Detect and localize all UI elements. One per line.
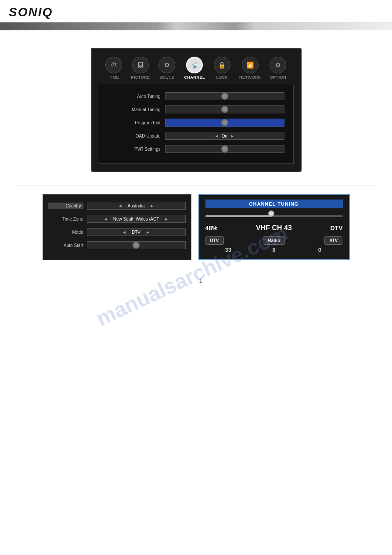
- country-value-bar: ◄ Australia ►: [87, 202, 186, 210]
- radio-count: 8: [251, 247, 297, 253]
- nav-item-network[interactable]: 📶 NETWORK: [239, 57, 261, 80]
- lock-label: LOCK: [216, 75, 228, 80]
- mode-arrow-left: ◄: [119, 230, 129, 235]
- manual-tuning-row[interactable]: Manual Tuning: [108, 105, 284, 114]
- program-edit-label: Program Edit: [108, 120, 161, 125]
- gradient-bar: [0, 22, 392, 30]
- atv-count: 0: [297, 247, 342, 253]
- sound-icon: ⚙: [158, 57, 175, 73]
- dtv-button[interactable]: DTV: [205, 236, 224, 245]
- mode-value-bar: ◄ DTV ►: [87, 228, 186, 236]
- tv-menu-screenshot: ⏱ TIME 🖼 PICTURE ⚙ SOUND 📡 CHANNEL 🔒 LOC…: [91, 48, 302, 172]
- country-arrow-left: ◄: [115, 203, 125, 208]
- tuning-percent: 48%: [205, 225, 218, 232]
- tuning-counts-row: 33 8 0: [205, 247, 343, 253]
- auto-tuning-label: Auto Tuning: [108, 94, 161, 99]
- auto-tuning-row[interactable]: Auto Tuning: [108, 91, 284, 101]
- timezone-value-bar: ◄ New South Wales /ACT ►: [87, 215, 186, 223]
- tuning-panel: CHANNEL TUNING 48% VHF CH 43 DTV DTV Rad…: [198, 194, 350, 260]
- oad-value-text: On: [222, 134, 227, 138]
- tuning-signal-type: DTV: [330, 225, 342, 232]
- oad-arrow-right: ►: [227, 134, 237, 138]
- tv-menu-nav: ⏱ TIME 🖼 PICTURE ⚙ SOUND 📡 CHANNEL 🔒 LOC…: [97, 54, 295, 83]
- time-label: TIME: [109, 75, 119, 80]
- nav-item-time[interactable]: ⏱ TIME: [105, 57, 122, 80]
- tuning-info: 48% VHF CH 43 DTV: [205, 224, 343, 232]
- oad-update-label: OAD Update: [108, 134, 161, 138]
- mode-row[interactable]: Mode ◄ DTV ►: [48, 227, 186, 237]
- country-arrow-right: ►: [147, 203, 157, 208]
- nav-item-option[interactable]: ⚙ OPTION: [270, 57, 286, 80]
- tuning-slider[interactable]: [205, 213, 343, 220]
- manual-tuning-label: Manual Tuning: [108, 107, 161, 112]
- mode-value: DTV: [132, 230, 140, 235]
- page-number: - -1: [18, 278, 374, 284]
- timezone-label: Time Zone: [48, 217, 83, 221]
- radio-button[interactable]: Radio: [263, 236, 285, 245]
- timezone-row[interactable]: Time Zone ◄ New South Wales /ACT ►: [48, 214, 186, 224]
- pvr-settings-label: PVR Settings: [108, 147, 161, 152]
- timezone-arrow-left: ◄: [101, 217, 111, 221]
- picture-label: PICTURE: [131, 75, 150, 80]
- manual-tuning-value: [165, 105, 284, 113]
- option-label: OPTION: [270, 75, 287, 80]
- nav-item-picture[interactable]: 🖼 PICTURE: [131, 57, 150, 80]
- autostart-value-bar: [87, 241, 186, 249]
- mode-arrow-right: ►: [143, 230, 153, 235]
- oad-update-row[interactable]: OAD Update ◄ On ►: [108, 131, 284, 141]
- page-content: ⏱ TIME 🖼 PICTURE ⚙ SOUND 📡 CHANNEL 🔒 LOC…: [0, 30, 392, 293]
- oad-arrow-left: ◄: [212, 134, 222, 138]
- program-edit-value: [165, 119, 284, 127]
- autostart-row[interactable]: Auto Start: [48, 240, 186, 250]
- atv-button[interactable]: ATV: [324, 236, 342, 245]
- logo: SONIQ: [9, 5, 383, 19]
- channel-icon: 📡: [186, 57, 203, 73]
- channel-label: CHANNEL: [184, 75, 205, 80]
- page-right: -1: [198, 278, 202, 284]
- picture-icon: 🖼: [132, 57, 149, 73]
- pvr-settings-row[interactable]: PVR Settings: [108, 144, 284, 154]
- tuning-channel: VHF CH 43: [256, 224, 292, 232]
- autostart-icon: [133, 242, 140, 249]
- mode-label: Mode: [48, 230, 83, 235]
- program-edit-icon: [221, 119, 228, 126]
- separator-1: [18, 185, 374, 185]
- tuning-buttons-row: DTV Radio ATV: [205, 236, 343, 245]
- auto-tuning-value: [165, 92, 284, 100]
- timezone-arrow-right: ►: [162, 217, 171, 221]
- network-label: NETWORK: [239, 75, 261, 80]
- timezone-value: New South Wales /ACT: [113, 217, 159, 221]
- tuning-fill: [205, 215, 271, 217]
- nav-item-channel[interactable]: 📡 CHANNEL: [184, 57, 205, 80]
- nav-item-sound[interactable]: ⚙ SOUND: [158, 57, 175, 80]
- auto-tuning-icon: [221, 93, 228, 100]
- lock-icon: 🔒: [214, 57, 230, 73]
- autostart-label: Auto Start: [48, 243, 83, 248]
- time-icon: ⏱: [105, 57, 122, 73]
- settings-panel: Country ◄ Australia ► Time Zone ◄ New So…: [43, 194, 191, 260]
- country-row[interactable]: Country ◄ Australia ►: [48, 201, 186, 210]
- sound-label: SOUND: [159, 75, 175, 80]
- country-label: Country: [48, 203, 83, 209]
- option-icon: ⚙: [270, 57, 286, 73]
- pvr-settings-value: [165, 145, 284, 153]
- oad-update-value: ◄ On ►: [165, 132, 284, 140]
- country-value: Australia: [128, 203, 145, 208]
- program-edit-row[interactable]: Program Edit: [108, 118, 284, 127]
- tuning-track: [205, 215, 343, 217]
- tuning-title: CHANNEL TUNING: [205, 200, 343, 208]
- bottom-panels: Country ◄ Australia ► Time Zone ◄ New So…: [43, 194, 350, 260]
- page-left: -: [190, 278, 191, 284]
- pvr-settings-icon: [221, 145, 228, 152]
- manual-tuning-icon: [221, 106, 228, 113]
- nav-item-lock[interactable]: 🔒 LOCK: [214, 57, 230, 80]
- dtv-count: 33: [205, 247, 251, 253]
- channel-menu-content: Auto Tuning Manual Tuning Program Edit O…: [99, 85, 294, 164]
- network-icon: 📶: [242, 57, 259, 73]
- header: SONIQ: [0, 0, 392, 22]
